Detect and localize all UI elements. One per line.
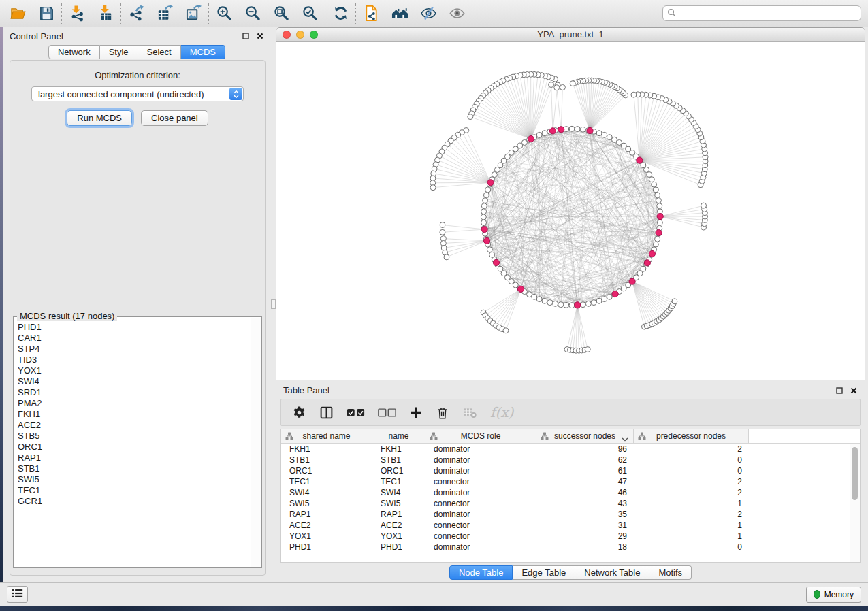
table-cell: connector <box>425 520 536 531</box>
mcds-result-item[interactable]: PMA2 <box>18 398 251 409</box>
tab-network[interactable]: Network <box>48 45 100 59</box>
table-cell: STB1 <box>281 455 372 465</box>
column-header-shared-name[interactable]: shared name <box>281 429 372 443</box>
toolbar-separator <box>120 3 121 24</box>
network-window-titlebar[interactable]: YPA_prune.txt_1 <box>276 28 865 42</box>
add-button[interactable] <box>409 402 423 423</box>
search-field[interactable] <box>662 5 861 21</box>
table-row[interactable]: STB1STB1dominator620 <box>281 455 860 465</box>
mcds-result-item[interactable]: ORC1 <box>18 442 251 452</box>
table-row[interactable]: TEC1TEC1connector472 <box>281 476 860 487</box>
trash-button[interactable] <box>436 402 449 423</box>
export-image-button[interactable] <box>182 3 204 24</box>
checkboxes-checked-button[interactable] <box>347 402 365 423</box>
table-row[interactable]: SWI5SWI5connector431 <box>281 498 860 509</box>
mcds-result-item[interactable]: RAP1 <box>18 452 251 463</box>
zoom-in-button[interactable] <box>213 3 235 24</box>
table-row[interactable]: ORC1ORC1dominator610 <box>281 465 860 476</box>
table-row[interactable]: SWI4SWI4dominator462 <box>281 487 860 498</box>
export-network-button[interactable] <box>125 3 147 24</box>
panel-split-divider[interactable] <box>271 27 276 582</box>
zoom-fit-button[interactable] <box>270 3 292 24</box>
close-panel-button[interactable] <box>256 32 264 40</box>
optimization-criterion-select[interactable]: largest connected component (undirected) <box>31 86 244 101</box>
table-cell: dominator <box>425 487 536 498</box>
table-row[interactable]: FKH1FKH1dominator962 <box>281 444 860 455</box>
add-icon <box>409 406 423 420</box>
maximize-window-light[interactable] <box>310 31 318 39</box>
tab-select[interactable]: Select <box>138 45 181 59</box>
birds-eye-view-button[interactable] <box>446 3 468 24</box>
application-window: Control Panel NetworkStyleSelectMCDS Opt… <box>0 0 868 611</box>
minimize-window-light[interactable] <box>296 31 304 39</box>
close-table-panel-button[interactable] <box>850 386 858 395</box>
run-mcds-button[interactable]: Run MCDS <box>67 110 132 126</box>
mcds-result-item[interactable]: FKH1 <box>18 409 251 420</box>
mcds-result-item[interactable]: PHD1 <box>18 322 251 333</box>
export-table-button[interactable] <box>154 3 176 24</box>
hide-graphics-details-button[interactable] <box>417 3 439 24</box>
mcds-result-item[interactable]: CAR1 <box>18 333 251 344</box>
column-header-MCDS-role[interactable]: MCDS role <box>425 429 536 443</box>
column-header-successor-nodes[interactable]: successor nodes <box>536 429 634 443</box>
checkboxes-unchecked-button[interactable] <box>378 402 396 423</box>
columns-button[interactable] <box>319 402 334 423</box>
mcds-result-item[interactable]: GCR1 <box>18 496 251 507</box>
column-header-predecessor-nodes[interactable]: predecessor nodes <box>634 429 749 443</box>
search-input[interactable] <box>679 8 856 18</box>
tab-motifs[interactable]: Motifs <box>649 565 692 580</box>
gear-button[interactable] <box>292 402 306 423</box>
mcds-result-item[interactable]: SWI4 <box>18 376 251 387</box>
task-history-button[interactable] <box>7 586 28 603</box>
save-session-button[interactable] <box>35 3 57 24</box>
table-delete-button <box>462 402 477 423</box>
mcds-result-scrollbar[interactable] <box>251 318 261 567</box>
mcds-result-item[interactable]: TID3 <box>18 354 251 365</box>
refresh-network-button[interactable] <box>329 3 351 24</box>
mcds-result-item[interactable]: YOX1 <box>18 365 251 376</box>
table-row[interactable]: RAP1RAP1dominator352 <box>281 509 860 520</box>
float-panel-button[interactable] <box>242 32 250 40</box>
mcds-result-item[interactable]: TEC1 <box>18 485 251 496</box>
table-scrollbar[interactable] <box>850 444 860 562</box>
tab-mcds[interactable]: MCDS <box>181 45 225 59</box>
mcds-result-item[interactable]: SWI5 <box>18 474 251 485</box>
toolbar-group <box>7 3 57 24</box>
import-network-button[interactable] <box>66 3 88 24</box>
divider-handle[interactable] <box>271 299 276 309</box>
table-row[interactable]: ACE2ACE2connector311 <box>281 520 860 531</box>
mcds-tab-content: Optimization criterion: largest connecte… <box>10 60 266 576</box>
table-scrollbar-thumb[interactable] <box>852 447 858 500</box>
tree-icon <box>638 432 646 440</box>
mcds-result-item[interactable]: ACE2 <box>18 420 251 431</box>
network-canvas[interactable] <box>276 42 865 380</box>
open-file-button[interactable] <box>7 3 29 24</box>
table-cell: STB1 <box>372 455 425 465</box>
column-header-name[interactable]: name <box>372 429 425 443</box>
mcds-result-item[interactable]: STB1 <box>18 463 251 474</box>
import-table-button[interactable] <box>95 3 116 24</box>
table-cell: YOX1 <box>372 531 425 542</box>
home-view-button[interactable] <box>389 3 411 24</box>
sort-chevron-icon <box>622 434 628 438</box>
export-network-file-button[interactable] <box>360 3 382 24</box>
mcds-result-item[interactable]: STP4 <box>18 344 251 354</box>
tree-icon <box>541 432 549 440</box>
zoom-out-button[interactable] <box>242 3 263 24</box>
mcds-result-item[interactable]: SRD1 <box>18 387 251 398</box>
float-table-panel-button[interactable] <box>835 386 843 395</box>
close-window-light[interactable] <box>283 31 291 39</box>
tab-node-table[interactable]: Node Table <box>449 565 513 580</box>
zoom-selected-button[interactable] <box>299 3 321 24</box>
table-row[interactable]: YOX1YOX1connector291 <box>281 531 860 542</box>
memory-button[interactable]: Memory <box>806 587 861 603</box>
table-cell: 0 <box>634 465 749 476</box>
tab-edge-table[interactable]: Edge Table <box>513 565 575 580</box>
table-cell: ORC1 <box>281 465 372 476</box>
close-mcds-panel-button[interactable]: Close panel <box>141 110 208 126</box>
mcds-result-item[interactable]: STB5 <box>18 431 251 442</box>
tab-network-table[interactable]: Network Table <box>575 565 649 580</box>
select-stepper-icon <box>229 88 242 100</box>
tab-style[interactable]: Style <box>100 45 138 59</box>
table-row[interactable]: PHD1PHD1dominator180 <box>281 542 860 552</box>
